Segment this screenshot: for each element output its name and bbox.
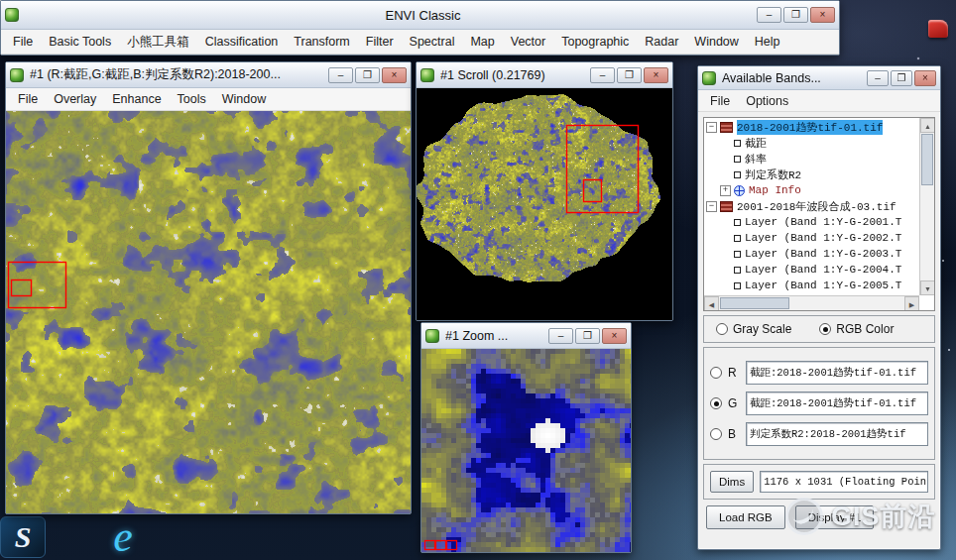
band-tree-container: 2018-2001趋势tif-01.tif 截距 斜率 判定系数R2 M xyxy=(703,117,935,311)
scroll-canvas[interactable] xyxy=(417,88,672,320)
channel-radio[interactable] xyxy=(710,397,722,409)
menu-item[interactable]: Spectral xyxy=(402,32,463,52)
scroll-down-icon[interactable]: ▼ xyxy=(920,280,935,295)
minimize-button[interactable]: – xyxy=(590,67,615,83)
band-tree-item[interactable]: 斜率 xyxy=(704,151,919,167)
load-rgb-button[interactable]: Load RGB xyxy=(706,505,785,529)
scroll-left-icon[interactable]: ◀ xyxy=(704,296,719,311)
tree-item-label: Layer (Band 1:Y-G-2003.T xyxy=(745,248,901,260)
menu-item[interactable]: Overlay xyxy=(46,89,104,109)
zoom-canvas[interactable] xyxy=(421,349,631,552)
channel-row: B 判定系数R2:2018-2001趋势tif xyxy=(710,422,928,446)
scroll-titlebar[interactable]: #1 Scroll (0.21769) – ❐ × xyxy=(417,62,672,88)
maximize-button[interactable]: ❐ xyxy=(617,67,642,83)
menu-item[interactable]: Tools xyxy=(170,89,214,109)
band-tree-item[interactable]: Layer (Band 1:Y-G-2003.T xyxy=(704,246,919,262)
image-window-title: #1 (R:截距,G:截距,B:判定系数R2):2018-200... xyxy=(30,66,328,83)
zoom-titlebar[interactable]: #1 Zoom ... – ❐ × xyxy=(421,323,631,349)
minimize-button[interactable]: – xyxy=(757,7,781,23)
menu-item[interactable]: File xyxy=(702,91,738,111)
tree-item-icon xyxy=(734,235,741,242)
tree-expander-icon[interactable] xyxy=(706,122,717,133)
channel-radio[interactable] xyxy=(710,428,722,440)
main-titlebar[interactable]: ENVI Classic – ❐ × xyxy=(1,1,839,30)
minimize-button[interactable]: – xyxy=(867,70,889,86)
display-mode-option[interactable]: RGB Color xyxy=(819,322,894,336)
image-display-window: #1 (R:截距,G:截距,B:判定系数R2):2018-200... – ❐ … xyxy=(5,61,412,514)
band-tree-item[interactable]: 判定系数R2 xyxy=(704,167,919,182)
menu-item[interactable]: Window xyxy=(214,89,274,109)
close-button[interactable]: × xyxy=(602,328,627,344)
channel-radio[interactable] xyxy=(710,367,722,379)
watermark-text: GIS前沿 xyxy=(831,499,936,534)
image-titlebar[interactable]: #1 (R:截距,G:截距,B:判定系数R2):2018-200... – ❐ … xyxy=(6,62,411,88)
scrollbar-thumb[interactable] xyxy=(921,134,933,185)
envi-taskbar-icon[interactable]: S xyxy=(0,516,46,558)
channel-band-field[interactable]: 判定系数R2:2018-2001趋势tif xyxy=(746,422,928,446)
maximize-button[interactable]: ❐ xyxy=(891,70,912,86)
menu-item[interactable]: Vector xyxy=(503,32,553,52)
bands-titlebar[interactable]: Available Bands... – ❐ × xyxy=(698,66,940,90)
display-mode-label: RGB Color xyxy=(836,322,894,336)
tree-item-icon xyxy=(720,122,733,133)
scroll-up-icon[interactable]: ▲ xyxy=(920,118,935,133)
menu-item[interactable]: File xyxy=(5,32,41,52)
ie-taskbar-icon[interactable]: e xyxy=(99,513,147,559)
band-tree-item[interactable]: Map Info xyxy=(704,182,919,198)
menu-item[interactable]: Transform xyxy=(286,32,358,52)
menu-item[interactable]: Enhance xyxy=(104,89,169,109)
menu-item[interactable]: 小熊工具箱 xyxy=(119,31,197,54)
maximize-button[interactable]: ❐ xyxy=(575,328,600,344)
desktop-shortcut-icon[interactable] xyxy=(928,20,948,38)
maximize-button[interactable]: ❐ xyxy=(783,7,808,23)
band-tree-item[interactable]: Layer (Band 1:Y-G-2005.T xyxy=(704,278,919,293)
zoom-window-title: #1 Zoom ... xyxy=(445,329,548,343)
display-mode-group: Gray Scale RGB Color xyxy=(703,315,935,343)
band-tree-item[interactable]: 2001-2018年波段合成-03.tif xyxy=(704,198,919,214)
menu-item[interactable]: Basic Tools xyxy=(41,32,119,52)
display-mode-label: Gray Scale xyxy=(733,322,791,336)
close-button[interactable]: × xyxy=(382,67,407,83)
dims-button[interactable]: Dims xyxy=(710,471,754,493)
tree-item-label: Layer (Band 1:Y-G-2001.T xyxy=(745,216,901,228)
band-tree-item[interactable]: Layer (Band 1:Y-G-2004.T xyxy=(704,262,919,278)
menu-item[interactable]: Radar xyxy=(637,32,686,52)
menu-item[interactable]: Window xyxy=(686,32,746,52)
band-tree: 2018-2001趋势tif-01.tif 截距 斜率 判定系数R2 M xyxy=(704,118,919,295)
band-tree-item[interactable]: Layer (Band 1:Y-G-2001.T xyxy=(704,214,919,230)
channel-band-field[interactable]: 截距:2018-2001趋势tif-01.tif xyxy=(746,392,928,415)
tree-item-label: 判定系数R2 xyxy=(745,168,801,182)
band-tree-item[interactable]: Layer (Band 1:Y-G-2002.T xyxy=(704,230,919,246)
channel-band-field[interactable]: 截距:2018-2001趋势tif-01.tif xyxy=(746,361,928,385)
tree-vertical-scrollbar[interactable]: ▲ ▼ xyxy=(919,118,934,295)
minimize-button[interactable]: – xyxy=(328,67,353,83)
radio-icon[interactable] xyxy=(819,323,831,335)
menu-item[interactable]: Help xyxy=(747,32,788,52)
menu-item[interactable]: Filter xyxy=(358,32,402,52)
menu-item[interactable]: Map xyxy=(462,32,502,52)
dims-field[interactable]: 1176 x 1031 (Floating Point) [ xyxy=(760,471,928,493)
close-button[interactable]: × xyxy=(810,7,835,23)
maximize-button[interactable]: ❐ xyxy=(355,67,380,83)
tree-expander-icon[interactable] xyxy=(720,185,731,196)
menu-item[interactable]: Classification xyxy=(197,32,287,52)
band-tree-item[interactable]: 截距 xyxy=(704,135,919,151)
menu-item[interactable]: Topographic xyxy=(553,32,637,52)
desktop: S e ENVI Classic – ❐ × FileBasic Tools小熊… xyxy=(0,0,956,560)
tree-expander-icon[interactable] xyxy=(706,201,717,212)
minimize-button[interactable]: – xyxy=(548,328,573,344)
dims-group: Dims 1176 x 1031 (Floating Point) [ xyxy=(703,464,935,500)
scroll-right-icon[interactable]: ▶ xyxy=(904,296,919,311)
image-canvas[interactable] xyxy=(6,111,411,513)
close-button[interactable]: × xyxy=(644,67,668,83)
menu-item[interactable]: File xyxy=(10,89,46,109)
scrollbar-thumb[interactable] xyxy=(720,297,789,309)
menu-item[interactable]: Options xyxy=(738,91,796,111)
radio-icon[interactable] xyxy=(716,323,728,335)
tree-horizontal-scrollbar[interactable]: ◀ ▶ xyxy=(704,295,919,310)
close-button[interactable]: × xyxy=(914,70,936,86)
envi-logo-glyph: S xyxy=(15,520,32,554)
tree-item-label: Map Info xyxy=(749,184,801,196)
band-tree-item[interactable]: 2018-2001趋势tif-01.tif xyxy=(704,119,919,135)
display-mode-option[interactable]: Gray Scale xyxy=(716,322,791,336)
